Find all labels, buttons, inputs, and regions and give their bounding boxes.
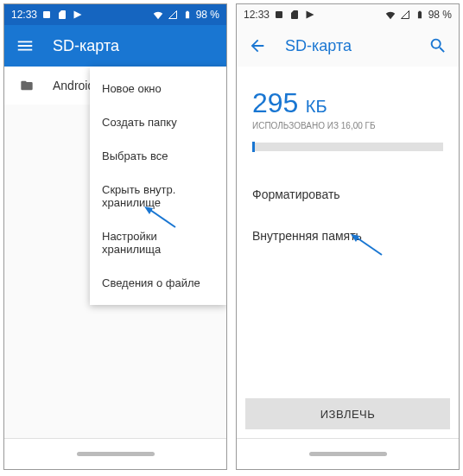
sd-icon: [289, 9, 301, 21]
statusbar: 12:33 98 %: [237, 4, 459, 25]
screenshot-icon: [273, 9, 285, 21]
storage-value: 295: [252, 87, 298, 118]
home-pill[interactable]: [309, 452, 387, 456]
folder-icon: [18, 79, 35, 92]
phone-right: 12:33 98 % SD-карта 295 КБ использовано …: [236, 3, 460, 470]
status-time: 12:33: [11, 9, 37, 21]
phone-left: 12:33 98 % SD-карта Android Новое окно С…: [3, 3, 227, 470]
back-icon[interactable]: [247, 35, 268, 56]
storage-bar: [252, 143, 443, 151]
appbar: SD-карта: [237, 25, 459, 67]
eject-button[interactable]: ИЗВЛЕЧЬ: [245, 398, 450, 429]
appbar: SD-карта: [4, 25, 226, 67]
status-right: 98 %: [384, 9, 452, 21]
navbar: [4, 438, 226, 469]
signal-icon: [167, 9, 179, 21]
appbar-title: SD-карта: [285, 37, 410, 55]
storage-used-row: 295 КБ: [252, 87, 443, 119]
status-time: 12:33: [244, 9, 270, 21]
navbar: [237, 438, 459, 469]
content: Android Новое окно Создать папку Выбрать…: [4, 67, 226, 438]
menu-item-hide-internal[interactable]: Скрыть внутр. хранилище: [90, 173, 226, 219]
wifi-icon: [384, 9, 396, 21]
storage-unit: КБ: [306, 97, 327, 116]
option-format[interactable]: Форматировать: [252, 174, 443, 215]
status-left: 12:33: [244, 9, 316, 21]
menu-item-file-info[interactable]: Сведения о файле: [90, 266, 226, 300]
screenshot-icon: [41, 9, 53, 21]
storage-bar-fill: [252, 142, 255, 152]
storage-caption: использовано из 16,00 ГБ: [252, 121, 443, 130]
battery-icon: [414, 9, 426, 21]
sd-icon: [56, 9, 68, 21]
option-internal[interactable]: Внутренняя память: [252, 215, 443, 257]
status-right: 98 %: [152, 9, 219, 21]
menu-item-select-all[interactable]: Выбрать все: [90, 139, 226, 173]
status-battery: 98 %: [428, 9, 452, 21]
svg-rect-0: [43, 11, 50, 18]
play-icon: [72, 9, 84, 21]
search-icon[interactable]: [428, 35, 448, 56]
overflow-menu: Новое окно Создать папку Выбрать все Скр…: [90, 67, 226, 305]
status-battery: 98 %: [196, 9, 219, 21]
storage-panel: 295 КБ использовано из 16,00 ГБ Форматир…: [237, 67, 459, 438]
menu-item-storage-settings[interactable]: Настройки хранилища: [90, 219, 226, 266]
menu-item-new-folder[interactable]: Создать папку: [90, 105, 226, 139]
signal-icon: [399, 9, 411, 21]
home-pill[interactable]: [77, 452, 155, 456]
wifi-icon: [152, 9, 164, 21]
menu-item-new-window[interactable]: Новое окно: [90, 72, 226, 105]
appbar-title: SD-карта: [53, 37, 216, 55]
play-icon: [304, 9, 316, 21]
status-left: 12:33: [11, 9, 84, 21]
folder-label: Android: [53, 79, 94, 92]
svg-rect-3: [276, 11, 282, 18]
battery-icon: [181, 9, 193, 21]
menu-icon[interactable]: [15, 35, 35, 56]
statusbar: 12:33 98 %: [4, 4, 226, 25]
content: 295 КБ использовано из 16,00 ГБ Форматир…: [237, 67, 459, 438]
